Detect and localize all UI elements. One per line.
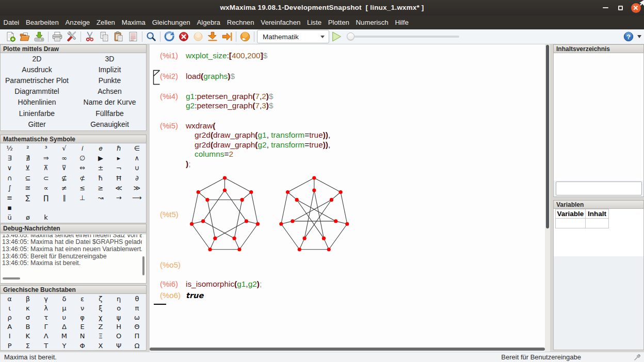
math-symbol-button[interactable]: ⟶ <box>128 193 146 203</box>
math-symbol-button[interactable]: ⇒ <box>37 153 55 163</box>
draw-button-implizit[interactable]: Implizit <box>73 64 146 75</box>
draw-button-2d[interactable]: 2D <box>1 53 73 64</box>
worksheet[interactable]: (%i1)wxplot_size:[400,200]$(%i2)load(gra… <box>150 44 545 352</box>
greek-letter-button[interactable]: χ <box>91 312 109 322</box>
greek-letter-button[interactable]: Ρ <box>1 341 19 350</box>
math-symbol-button[interactable]: ▪ <box>1 203 19 212</box>
search-icon[interactable] <box>145 30 157 43</box>
math-symbol-button[interactable]: ↝ <box>91 193 109 203</box>
greek-letter-button[interactable]: Σ <box>19 341 37 350</box>
greek-letter-button[interactable]: τ <box>37 312 55 322</box>
greek-letter-button[interactable]: σ <box>19 312 37 322</box>
menu-bearbeiten[interactable]: Bearbeiten <box>23 16 62 29</box>
greek-letter-button[interactable]: Ψ <box>110 341 128 350</box>
greek-letter-button[interactable]: ψ <box>110 312 128 322</box>
greek-letter-button[interactable]: α <box>1 294 19 303</box>
draw-button-h-henlinien[interactable]: Höhenlinien <box>1 97 73 108</box>
draw-button-achsen[interactable]: Achsen <box>73 86 146 97</box>
greek-letter-button[interactable]: Δ <box>55 322 73 332</box>
math-symbol-button[interactable]: ⊄ <box>73 173 91 183</box>
greek-letter-button[interactable]: Ζ <box>91 322 109 332</box>
math-symbol-button[interactable]: ∞ <box>55 153 73 163</box>
menu-hilfe[interactable]: Hilfe <box>392 16 412 29</box>
toc-filter-input[interactable] <box>556 182 642 195</box>
cell-code[interactable]: load(graphs)$ <box>186 72 235 81</box>
math-symbol-button[interactable]: ∏ <box>37 193 55 203</box>
cell-code[interactable]: wxplot_size:[400,200]$ <box>186 51 267 60</box>
math-symbol-button[interactable]: ≫ <box>128 183 146 193</box>
math-symbol-button[interactable]: 𝑒 <box>91 143 109 153</box>
math-symbol-button[interactable]: ∑ <box>19 193 37 203</box>
greek-letter-button[interactable]: ν <box>73 303 91 312</box>
math-symbol-button[interactable]: ∩ <box>1 173 19 183</box>
petersen-graphs-image[interactable] <box>173 172 390 259</box>
math-symbol-button[interactable]: Ħ <box>110 173 128 183</box>
math-symbol-button[interactable]: ∫ <box>1 183 19 193</box>
draw-button-gitter[interactable]: Gitter <box>1 119 73 129</box>
cut-icon[interactable] <box>84 30 96 43</box>
math-symbol-button[interactable]: ⊂ <box>37 173 55 183</box>
greek-letter-button[interactable]: ω <box>128 312 146 322</box>
slider-handle[interactable] <box>347 32 355 40</box>
math-symbol-button[interactable]: ½ <box>1 143 19 153</box>
math-symbol-button[interactable]: ≥ <box>91 183 109 193</box>
menu-rechnen[interactable]: Rechnen <box>223 16 257 29</box>
greek-letter-button[interactable]: ε <box>73 294 91 303</box>
toolbar-overflow-icon[interactable] <box>637 35 641 38</box>
greek-letter-button[interactable]: ζ <box>91 294 109 303</box>
open-folder-icon[interactable] <box>19 30 31 43</box>
math-symbol-button[interactable]: ø <box>19 212 37 222</box>
variables-column-header[interactable]: Variable <box>556 209 586 219</box>
greek-letter-button[interactable]: γ <box>37 294 55 303</box>
greek-letter-button[interactable]: Ω <box>128 341 146 350</box>
greek-letter-button[interactable]: μ <box>55 303 73 312</box>
greek-letter-button[interactable]: Φ <box>73 341 91 350</box>
draw-button-f-llfarbe[interactable]: Füllfarbe <box>73 108 146 119</box>
math-symbol-button[interactable]: ≅ <box>19 183 37 193</box>
preferences-icon[interactable] <box>66 30 78 43</box>
greek-letter-button[interactable]: Λ <box>37 332 55 341</box>
math-symbol-button[interactable]: ⊻ <box>19 163 37 173</box>
worksheet-hscrollbar-thumb[interactable] <box>150 348 545 351</box>
draw-button-genauigkeit[interactable]: Genauigkeit <box>73 119 146 129</box>
worksheet-vertical-scrollbar[interactable] <box>545 44 550 352</box>
greek-letter-button[interactable]: θ <box>128 294 146 303</box>
greek-letter-button[interactable]: ο <box>110 303 128 312</box>
math-symbol-button[interactable]: ∈ <box>128 143 146 153</box>
math-symbol-button[interactable]: √ <box>55 143 73 153</box>
evaluate-to-point-icon[interactable] <box>221 30 233 43</box>
greek-letter-button[interactable]: Ξ <box>91 332 109 341</box>
math-symbol-button[interactable]: → <box>110 193 128 203</box>
draw-button-punkte[interactable]: Punkte <box>73 75 146 86</box>
cell-code[interactable]: g1:petersen_graph(7,2)$g2:petersen_graph… <box>186 92 273 111</box>
draw-button-ausdruck[interactable]: Ausdruck <box>1 64 73 75</box>
greek-letter-button[interactable]: Γ <box>37 322 55 332</box>
greek-letter-button[interactable]: Ν <box>73 332 91 341</box>
math-symbol-button[interactable]: ∪ <box>128 163 146 173</box>
greek-letter-button[interactable]: ρ <box>1 312 19 322</box>
save-icon[interactable] <box>33 30 45 43</box>
debug-vscrollbar-thumb[interactable] <box>142 256 144 275</box>
math-symbol-button[interactable]: ≠ <box>55 183 73 193</box>
menu-gleichungen[interactable]: Gleichungen <box>149 16 194 29</box>
maxima-info-icon[interactable] <box>239 30 251 43</box>
greek-letter-button[interactable]: Β <box>19 322 37 332</box>
math-symbol-button[interactable]: ² <box>19 143 37 153</box>
cell-style-select[interactable]: Mathematik <box>257 30 329 43</box>
animation-slider[interactable] <box>343 30 461 43</box>
greek-letter-button[interactable]: Υ <box>55 341 73 350</box>
interrupt-icon[interactable] <box>178 30 190 43</box>
cell-code[interactable]: wxdraw( gr2d(draw_graph(g1, transform=tr… <box>186 121 330 169</box>
math-symbol-button[interactable]: ħ <box>91 173 109 183</box>
paste-icon[interactable] <box>112 30 125 43</box>
math-symbol-button[interactable]: ⇔ <box>73 163 91 173</box>
help-icon[interactable]: ? <box>622 30 635 43</box>
menu-zellen[interactable]: Zellen <box>93 16 119 29</box>
print-icon[interactable] <box>51 30 63 43</box>
greek-letter-button[interactable]: Α <box>1 322 19 332</box>
math-symbol-button[interactable]: ∧ <box>128 153 146 163</box>
menu-plotten[interactable]: Plotten <box>325 16 352 29</box>
minimize-button[interactable] <box>599 0 612 15</box>
math-symbol-button[interactable]: ∝ <box>37 183 55 193</box>
cell-code[interactable]: is_isomorphic(g1,g2); <box>186 279 262 289</box>
